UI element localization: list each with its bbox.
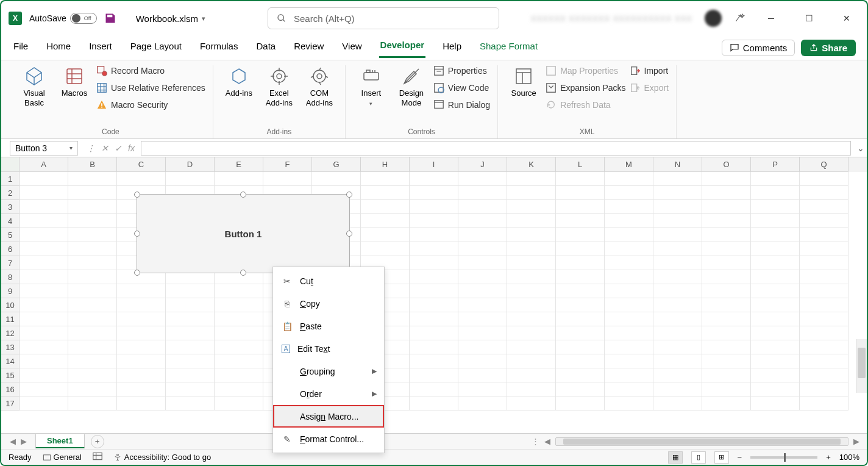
autosave-toggle[interactable]: AutoSave Off (29, 13, 97, 24)
cell[interactable] (20, 200, 68, 214)
cell[interactable] (361, 186, 410, 200)
sheet-nav-next[interactable]: ▶ (21, 437, 27, 446)
row-header[interactable]: 11 (1, 312, 20, 326)
cell[interactable] (800, 326, 848, 340)
cell[interactable] (410, 382, 458, 396)
cell[interactable] (68, 354, 117, 368)
cell[interactable] (605, 298, 653, 312)
cell[interactable] (458, 298, 507, 312)
cell[interactable] (800, 186, 848, 200)
row-header[interactable]: 1 (1, 172, 20, 186)
row-header[interactable]: 12 (1, 326, 20, 340)
cell[interactable] (800, 396, 848, 410)
cell[interactable] (117, 396, 166, 410)
cell[interactable] (215, 298, 263, 312)
row-header[interactable]: 13 (1, 340, 20, 354)
cell[interactable] (605, 284, 653, 298)
cell[interactable] (751, 214, 800, 228)
record-macro-button[interactable]: Record Macro (96, 65, 205, 76)
cell[interactable] (605, 242, 653, 256)
cell[interactable] (653, 186, 702, 200)
cell[interactable] (751, 382, 800, 396)
cell[interactable] (410, 200, 458, 214)
cell[interactable] (458, 214, 507, 228)
insert-control-button[interactable]: Insert ▾ (353, 65, 390, 107)
tab-help[interactable]: Help (441, 38, 463, 57)
cell[interactable] (68, 396, 117, 410)
cell[interactable] (312, 172, 361, 186)
scroll-left-icon[interactable]: ◀ (544, 437, 550, 446)
formula-bar-expand[interactable]: ⌄ (855, 143, 867, 153)
tab-shape-format[interactable]: Shape Format (478, 38, 539, 57)
maximize-button[interactable]: ☐ (796, 9, 822, 27)
resize-handle[interactable] (240, 270, 246, 276)
column-header[interactable]: L (556, 157, 605, 172)
visual-basic-button[interactable]: Visual Basic (16, 65, 52, 107)
cell[interactable] (215, 312, 263, 326)
cell[interactable] (166, 298, 215, 312)
cell[interactable] (556, 396, 605, 410)
cell[interactable] (702, 242, 751, 256)
cell[interactable] (68, 340, 117, 354)
cell[interactable] (20, 298, 68, 312)
cell[interactable] (507, 340, 556, 354)
column-header[interactable]: D (166, 157, 215, 172)
cell[interactable] (702, 172, 751, 186)
row-header[interactable]: 17 (1, 396, 20, 410)
column-header[interactable]: Q (800, 157, 848, 172)
formula-input[interactable] (141, 141, 851, 156)
row-header[interactable]: 8 (1, 270, 20, 284)
cell[interactable] (458, 382, 507, 396)
column-header[interactable]: O (702, 157, 751, 172)
cell[interactable] (800, 340, 848, 354)
cell[interactable] (556, 270, 605, 284)
autosave-switch[interactable]: Off (70, 13, 97, 24)
cell[interactable] (751, 172, 800, 186)
cell[interactable] (556, 228, 605, 242)
cell[interactable] (215, 284, 263, 298)
cell[interactable] (68, 228, 117, 242)
cell[interactable] (166, 382, 215, 396)
cell[interactable] (653, 200, 702, 214)
cell[interactable] (605, 228, 653, 242)
cell[interactable] (117, 172, 166, 186)
resize-handle[interactable] (134, 270, 140, 276)
row-header[interactable]: 7 (1, 256, 20, 270)
resize-handle[interactable] (134, 192, 140, 198)
cell[interactable] (215, 382, 263, 396)
cell[interactable] (605, 312, 653, 326)
cell[interactable] (117, 326, 166, 340)
cell[interactable] (653, 312, 702, 326)
name-box-down-icon[interactable]: ⋮ (87, 143, 95, 153)
cell[interactable] (68, 298, 117, 312)
cell[interactable] (20, 256, 68, 270)
cell[interactable] (507, 214, 556, 228)
cell[interactable] (117, 368, 166, 382)
cell[interactable] (458, 242, 507, 256)
cell[interactable] (507, 396, 556, 410)
design-mode-button[interactable]: Design Mode (393, 65, 430, 107)
zoom-in-button[interactable]: + (826, 453, 831, 462)
cell[interactable] (751, 200, 800, 214)
cell[interactable] (410, 326, 458, 340)
cell[interactable] (556, 256, 605, 270)
cell[interactable] (410, 396, 458, 410)
cell[interactable] (605, 256, 653, 270)
cell[interactable] (702, 312, 751, 326)
cancel-icon[interactable]: ✕ (101, 143, 108, 153)
cell[interactable] (702, 228, 751, 242)
cell[interactable] (410, 270, 458, 284)
cell[interactable] (215, 368, 263, 382)
cell[interactable] (20, 270, 68, 284)
cell[interactable] (507, 284, 556, 298)
cell[interactable] (800, 228, 848, 242)
cell[interactable] (410, 368, 458, 382)
zoom-level[interactable]: 100% (839, 453, 859, 462)
cell[interactable] (215, 172, 263, 186)
ctx-copy[interactable]: ⎘ Copy (273, 292, 384, 315)
select-all-corner[interactable] (1, 157, 20, 172)
close-button[interactable]: ✕ (834, 9, 859, 27)
cell[interactable] (215, 326, 263, 340)
cell[interactable] (166, 354, 215, 368)
cell[interactable] (605, 382, 653, 396)
